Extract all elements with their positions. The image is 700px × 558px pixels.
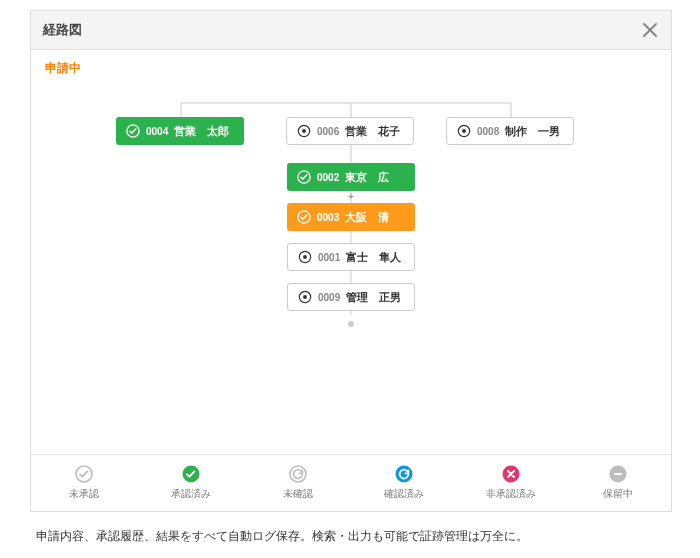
node-number: 0008 <box>477 126 499 137</box>
legend-label: 非承認済み <box>486 487 536 501</box>
node-pending-0009[interactable]: 0009 管理 正男 <box>287 283 415 311</box>
legend-label: 保留中 <box>603 487 633 501</box>
status-bar: 申請中 <box>31 50 671 83</box>
check-circle-icon <box>297 170 311 184</box>
node-number: 0006 <box>317 126 339 137</box>
node-number: 0003 <box>317 212 339 223</box>
legend-label: 未承認 <box>69 487 99 501</box>
node-name: 営業 太郎 <box>174 124 229 139</box>
target-icon <box>298 290 312 304</box>
target-icon <box>298 250 312 264</box>
target-icon <box>457 124 471 138</box>
node-pending-0001[interactable]: 0001 富士 隼人 <box>287 243 415 271</box>
svg-point-10 <box>303 295 307 299</box>
legend-label: 確認済み <box>384 487 424 501</box>
node-pending-0006[interactable]: 0006 営業 花子 <box>286 117 414 145</box>
svg-point-13 <box>290 466 306 482</box>
svg-rect-17 <box>614 473 622 475</box>
node-name: 富士 隼人 <box>346 250 401 265</box>
legend-approved: 承認済み <box>138 455 245 511</box>
node-approved-0002[interactable]: 0002 東京 広 <box>287 163 415 191</box>
caption-text: 申請内容、承認履歴、結果をすべて自動ログ保存。検索・出力も可能で証跡管理は万全に… <box>36 528 528 545</box>
modal-title: 経路図 <box>43 21 82 39</box>
terminal-dot <box>348 321 354 327</box>
svg-point-8 <box>303 255 307 259</box>
node-name: 東京 広 <box>345 170 389 185</box>
refresh-fill-icon <box>395 465 413 483</box>
node-name: 管理 正男 <box>346 290 401 305</box>
status-label: 申請中 <box>45 61 81 75</box>
node-name: 営業 花子 <box>345 124 400 139</box>
minus-circle-fill-icon <box>609 465 627 483</box>
node-pending-0008[interactable]: 0008 制作 一男 <box>446 117 574 145</box>
svg-point-14 <box>396 466 413 483</box>
svg-point-2 <box>302 129 306 133</box>
legend-unconfirmed: 未確認 <box>244 455 351 511</box>
node-inprogress-0003[interactable]: 0003 大阪 清 <box>287 203 415 231</box>
legend-rejected: 非承認済み <box>458 455 565 511</box>
svg-point-4 <box>462 129 466 133</box>
legend-label: 未確認 <box>283 487 313 501</box>
target-icon <box>297 124 311 138</box>
diagram-area: 0004 営業 太郎 0006 営業 花子 0008 制作 一男 <box>31 83 671 423</box>
node-number: 0009 <box>318 292 340 303</box>
legend-label: 承認済み <box>171 487 211 501</box>
node-name: 大阪 清 <box>345 210 389 225</box>
check-circle-icon <box>126 124 140 138</box>
node-name: 制作 一男 <box>505 124 560 139</box>
node-number: 0004 <box>146 126 168 137</box>
plus-joiner: + <box>344 191 358 202</box>
route-diagram-modal: 経路図 申請中 0004 営業 太郎 <box>30 10 672 512</box>
node-approved-0004[interactable]: 0004 営業 太郎 <box>116 117 244 145</box>
legend-onhold: 保留中 <box>564 455 671 511</box>
close-icon[interactable] <box>641 21 659 39</box>
node-number: 0001 <box>318 252 340 263</box>
modal-header: 経路図 <box>31 11 671 50</box>
check-circle-fill-icon <box>182 465 200 483</box>
legend-confirmed: 確認済み <box>351 455 458 511</box>
refresh-outline-icon <box>289 465 307 483</box>
check-circle-icon <box>297 210 311 224</box>
legend-unapproved: 未承認 <box>31 455 138 511</box>
legend: 未承認 承認済み 未確認 確認済み <box>31 454 671 511</box>
x-circle-fill-icon <box>502 465 520 483</box>
check-circle-outline-icon <box>75 465 93 483</box>
node-number: 0002 <box>317 172 339 183</box>
